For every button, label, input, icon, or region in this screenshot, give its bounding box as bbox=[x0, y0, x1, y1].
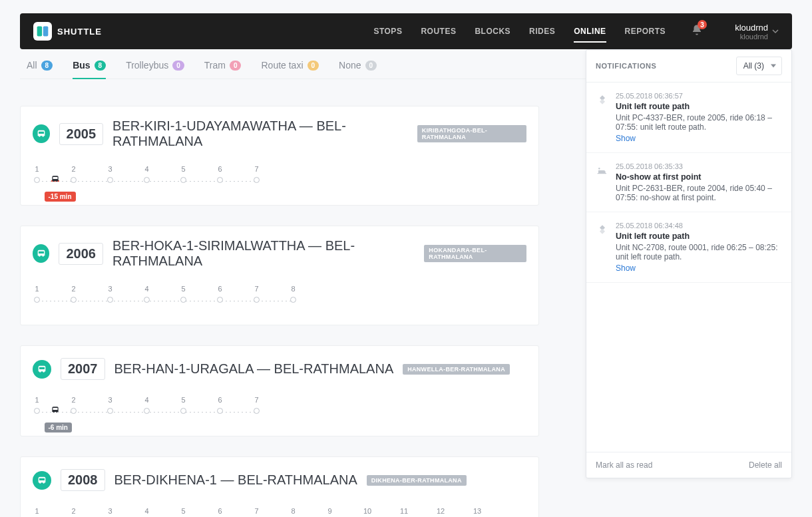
stop-4[interactable]: 4 bbox=[144, 285, 150, 303]
bus-icon bbox=[33, 244, 49, 263]
notification-time: 25.05.2018 06:34:48 bbox=[616, 222, 782, 230]
stop-9[interactable]: 9 bbox=[327, 507, 333, 517]
stop-8[interactable]: 8 bbox=[290, 507, 296, 517]
route-number[interactable]: 2005 bbox=[59, 123, 104, 145]
bell-icon[interactable]: 3 bbox=[691, 24, 703, 39]
route-number[interactable]: 2006 bbox=[59, 243, 103, 265]
notification-title: Unit left route path bbox=[616, 232, 782, 241]
tab-count: 0 bbox=[307, 61, 319, 71]
route-tag: HOKANDARA-BEL-RATHMALANA bbox=[424, 245, 526, 262]
notifications-header: NOTIFICATIONS All (3) bbox=[586, 50, 791, 83]
route-name: BER-HAN-1-URAGALA — BEL-RATHMALANA bbox=[114, 361, 394, 377]
stop-5[interactable]: 5 bbox=[180, 285, 186, 303]
route-card: 2007BER-HAN-1-URAGALA — BEL-RATHMALANAHA… bbox=[20, 345, 539, 436]
stop-11[interactable]: 11 bbox=[400, 507, 408, 517]
notification-show[interactable]: Show bbox=[616, 263, 636, 273]
nav-online[interactable]: ONLINE bbox=[574, 24, 606, 39]
notifications-filter[interactable]: All (3) bbox=[736, 57, 782, 75]
stop-6[interactable]: 6 bbox=[217, 285, 223, 303]
delete-all[interactable]: Delete all bbox=[749, 460, 782, 470]
stop-1[interactable]: 1 bbox=[34, 165, 40, 183]
tab-count: 8 bbox=[41, 61, 53, 71]
stop-4[interactable]: 4 bbox=[144, 396, 150, 414]
mark-all-read[interactable]: Mark all as read bbox=[596, 460, 652, 470]
stop-12[interactable]: 12 bbox=[437, 507, 445, 517]
tab-count: 0 bbox=[230, 61, 242, 71]
notification-body: Unit PC-2631-BER, route 2004, ride 05:40… bbox=[616, 184, 782, 202]
stop-3[interactable]: 3 bbox=[107, 396, 113, 414]
stop-1[interactable]: 1 bbox=[34, 396, 40, 414]
tab-route-taxi[interactable]: Route taxi0 bbox=[261, 60, 319, 79]
nav-reports[interactable]: REPORTS bbox=[625, 24, 666, 39]
bus-marker-icon bbox=[50, 405, 61, 417]
route-name: BER-DIKHENA-1 — BEL-RATHMALANA bbox=[114, 472, 357, 488]
notification-time: 25.05.2018 06:35:33 bbox=[616, 162, 782, 170]
chevron-down-icon bbox=[772, 28, 779, 35]
stop-1[interactable]: 1 bbox=[34, 285, 40, 303]
notifications-footer: Mark all as read Delete all bbox=[586, 452, 791, 478]
stop-2[interactable]: 2 bbox=[71, 396, 77, 414]
tab-all[interactable]: All8 bbox=[27, 60, 53, 79]
stop-3[interactable]: 3 bbox=[107, 507, 113, 517]
route-number[interactable]: 2008 bbox=[61, 469, 105, 491]
svg-rect-1 bbox=[43, 27, 49, 37]
logo-icon bbox=[33, 22, 52, 41]
tab-tram[interactable]: Tram0 bbox=[204, 60, 242, 79]
route-tag: KIRIBATHGODA-BEL-RATHMALANA bbox=[417, 125, 526, 142]
stop-6[interactable]: 6 bbox=[217, 507, 223, 517]
stop-2[interactable]: 2 bbox=[71, 507, 77, 517]
route-tag: HANWELLA-BER-RATHMALANA bbox=[403, 364, 510, 375]
route-card: 2006BER-HOKA-1-SIRIMALWATTHA — BEL-RATHM… bbox=[20, 226, 539, 325]
notification-show[interactable]: Show bbox=[616, 134, 636, 143]
stop-5[interactable]: 5 bbox=[180, 165, 186, 183]
stop-7[interactable]: 7 bbox=[254, 165, 260, 183]
tab-none[interactable]: None0 bbox=[339, 60, 377, 79]
nav-rides[interactable]: RIDES bbox=[529, 24, 555, 39]
stops-line: 12345678 bbox=[33, 285, 526, 313]
notifications-title: NOTIFICATIONS bbox=[596, 62, 656, 70]
stop-6[interactable]: 6 bbox=[217, 165, 223, 183]
stops-line: 1234567-15 min bbox=[33, 165, 526, 193]
stop-4[interactable]: 4 bbox=[144, 165, 150, 183]
stop-6[interactable]: 6 bbox=[217, 396, 223, 414]
notification-item[interactable]: 25.05.2018 06:34:48Unit left route pathU… bbox=[586, 212, 791, 283]
nav-routes[interactable]: ROUTES bbox=[421, 24, 456, 39]
stop-2[interactable]: 2 bbox=[71, 285, 77, 303]
stop-13[interactable]: 13 bbox=[473, 507, 481, 517]
notification-time: 25.05.2018 06:36:57 bbox=[616, 92, 782, 100]
delay-badge: -6 min bbox=[45, 423, 72, 432]
stop-3[interactable]: 3 bbox=[107, 285, 113, 303]
stop-7[interactable]: 7 bbox=[254, 396, 260, 414]
tab-trolleybus[interactable]: Trolleybus0 bbox=[126, 60, 184, 79]
nav-blocks[interactable]: BLOCKS bbox=[475, 24, 510, 39]
logo-text: SHUTTLE bbox=[57, 27, 102, 37]
logo[interactable]: SHUTTLE bbox=[33, 22, 102, 41]
bell-badge: 3 bbox=[698, 20, 707, 29]
stop-3[interactable]: 3 bbox=[107, 165, 113, 183]
stop-2[interactable]: 2 bbox=[71, 165, 77, 183]
tab-bus[interactable]: Bus8 bbox=[73, 60, 106, 79]
stop-1[interactable]: 1 bbox=[34, 507, 40, 517]
user-menu[interactable]: kloudrndkloudrnd bbox=[735, 23, 779, 41]
route-tag: DIKHENA-BER-RATHMALANA bbox=[367, 475, 467, 486]
stop-7[interactable]: 7 bbox=[254, 285, 260, 303]
route-number[interactable]: 2007 bbox=[61, 358, 105, 380]
notification-item[interactable]: 25.05.2018 06:35:33No-show at first poin… bbox=[586, 153, 791, 212]
stop-7[interactable]: 7 bbox=[254, 507, 260, 517]
notification-item[interactable]: 25.05.2018 06:36:57Unit left route pathU… bbox=[586, 83, 791, 153]
route-card: 2008BER-DIKHENA-1 — BEL-RATHMALANADIKHEN… bbox=[20, 456, 539, 517]
notification-title: No-show at first point bbox=[616, 172, 782, 182]
stop-8[interactable]: 8 bbox=[290, 285, 296, 303]
user-sub: kloudrnd bbox=[735, 33, 768, 41]
bus-marker-icon bbox=[50, 174, 61, 186]
stop-5[interactable]: 5 bbox=[180, 507, 186, 517]
stops-line: 12345678910111213+16 min bbox=[33, 507, 526, 517]
stop-10[interactable]: 10 bbox=[363, 507, 371, 517]
notification-body: Unit PC-4337-BER, route 2005, ride 06:18… bbox=[616, 113, 782, 132]
stop-4[interactable]: 4 bbox=[144, 507, 150, 517]
notification-icon bbox=[596, 164, 609, 177]
stop-5[interactable]: 5 bbox=[180, 396, 186, 414]
notification-icon bbox=[596, 93, 609, 106]
tab-count: 8 bbox=[95, 61, 106, 71]
nav-stops[interactable]: STOPS bbox=[373, 24, 402, 39]
